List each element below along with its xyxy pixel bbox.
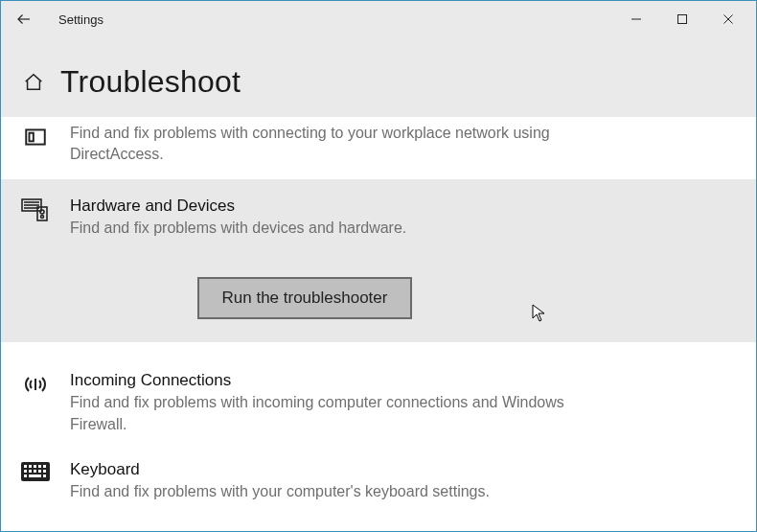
- svg-rect-19: [24, 470, 27, 473]
- svg-rect-15: [29, 465, 32, 468]
- svg-rect-16: [34, 465, 36, 468]
- titlebar: Settings: [1, 1, 756, 37]
- svg-rect-26: [43, 474, 46, 477]
- troubleshooter-title: Incoming Connections: [70, 371, 568, 390]
- troubleshooter-title: Hardware and Devices: [70, 197, 568, 216]
- hardware-icon: [20, 198, 51, 223]
- maximize-icon: [677, 13, 688, 25]
- svg-rect-14: [24, 465, 27, 468]
- keyboard-icon: [20, 462, 51, 481]
- cursor-icon: [532, 304, 547, 323]
- arrow-left-icon: [15, 11, 33, 28]
- svg-point-12: [41, 215, 44, 218]
- troubleshooter-keyboard[interactable]: Keyboard Find and fix problems with your…: [1, 449, 756, 516]
- svg-rect-18: [43, 465, 46, 468]
- page-title: Troubleshoot: [60, 64, 241, 100]
- home-button[interactable]: [20, 69, 47, 96]
- minimize-button[interactable]: [614, 6, 658, 33]
- minimize-icon: [631, 13, 642, 25]
- window-title: Settings: [58, 12, 103, 27]
- troubleshooter-desc: Find and fix problems with your computer…: [70, 481, 568, 502]
- content-area: Find and fix problems with connecting to…: [1, 117, 756, 531]
- svg-rect-1: [678, 15, 687, 24]
- directaccess-icon: [20, 125, 51, 150]
- svg-rect-5: [30, 133, 34, 142]
- troubleshooter-hardware[interactable]: Hardware and Devices Find and fix proble…: [1, 179, 756, 342]
- svg-rect-24: [24, 474, 27, 477]
- page-header: Troubleshoot: [1, 37, 756, 117]
- troubleshooter-desc: Find and fix problems with devices and h…: [70, 218, 568, 239]
- close-button[interactable]: [706, 6, 750, 33]
- troubleshooter-title: Keyboard: [70, 460, 568, 479]
- svg-rect-17: [38, 465, 41, 468]
- home-icon: [23, 72, 44, 93]
- svg-rect-23: [43, 470, 46, 473]
- settings-window: Settings: [0, 0, 757, 532]
- svg-rect-25: [29, 474, 41, 477]
- run-troubleshooter-button[interactable]: Run the troubleshooter: [197, 277, 413, 319]
- troubleshooter-incoming[interactable]: Incoming Connections Find and fix proble…: [1, 359, 756, 449]
- maximize-button[interactable]: [660, 6, 704, 33]
- close-icon: [723, 13, 734, 25]
- troubleshooter-desc: Find and fix problems with connecting to…: [70, 123, 568, 166]
- troubleshooter-directaccess[interactable]: Find and fix problems with connecting to…: [1, 117, 756, 179]
- svg-rect-22: [38, 470, 41, 473]
- window-controls: [614, 6, 750, 33]
- svg-point-11: [40, 210, 44, 214]
- svg-rect-21: [34, 470, 36, 473]
- back-button[interactable]: [11, 6, 37, 33]
- incoming-icon: [20, 373, 51, 396]
- troubleshooter-desc: Find and fix problems with incoming comp…: [70, 392, 568, 435]
- svg-rect-20: [29, 470, 32, 473]
